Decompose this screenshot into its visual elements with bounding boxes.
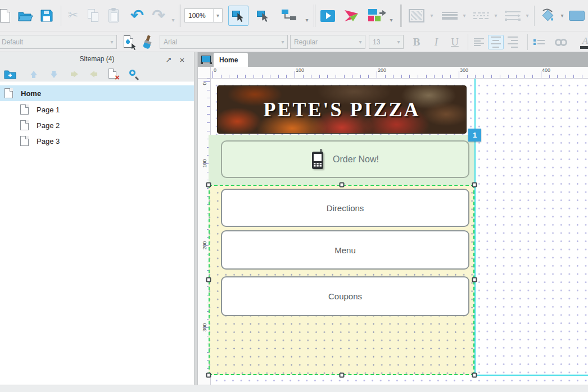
font-size-value: 13 [369,38,394,46]
link-icon [555,39,567,46]
design-canvas[interactable]: PETE'S PIZZA Order Now! Directions Menu [211,79,588,385]
underline-button[interactable]: U [446,34,463,51]
toolbar-separator [468,34,468,50]
search-pages-button[interactable] [127,68,141,80]
save-button[interactable] [37,7,56,24]
arrow-style-dropdown[interactable]: ▾ [524,12,531,19]
font-style-select[interactable]: Regular ▾ [290,35,365,49]
order-now-button-widget[interactable]: Order Now! [221,140,469,178]
menu-button-widget[interactable]: Menu [221,230,469,270]
font-color-button[interactable]: A [577,34,588,51]
selection-handle-top-left[interactable] [206,183,211,188]
link-button[interactable] [551,35,571,49]
tab-home[interactable]: Home [214,53,248,67]
brush-button[interactable] [139,34,156,50]
fill-color-dropdown[interactable]: ▾ [559,12,566,19]
cut-button[interactable]: ✂ [64,6,82,24]
font-size-select[interactable]: 13 ▾ [369,35,404,49]
border-style-dropdown[interactable]: ▾ [428,12,435,19]
move-page-up-button[interactable] [27,68,40,80]
undo-button[interactable]: ↶ [127,5,147,25]
outdent-page-button[interactable] [87,68,100,80]
selection-handle-top-center[interactable] [340,183,345,188]
align-right-button[interactable] [505,35,521,49]
arrow-down-icon [51,71,57,78]
delete-page-button[interactable]: × [107,68,120,80]
selection-handle-bottom-right[interactable] [472,373,477,378]
border-style-button[interactable] [406,7,427,25]
selection-handle-mid-left[interactable] [206,277,211,282]
zoom-select[interactable]: 100% ▾ [184,8,223,22]
banner-text: PETE'S PIZZA [263,98,420,121]
select-contained-tool[interactable] [253,6,273,26]
preview-button[interactable] [318,7,337,24]
align-center-button[interactable] [488,35,504,49]
sitemap-item-page1[interactable]: Page 1 [0,102,194,117]
selection-handle-bottom-center[interactable] [340,373,345,378]
page-widget-icon [200,54,213,65]
arrow-right-icon [71,71,78,78]
brush-icon [142,35,153,49]
redo-icon: ↷ [152,6,165,25]
arrow-left-icon [90,71,97,78]
format-painter-icon [124,35,135,49]
align-left-button[interactable] [471,35,487,49]
zoom-value: 100% [185,12,213,20]
arrow-style-button[interactable] [503,8,523,24]
publish-button[interactable] [365,7,387,24]
tools-overflow-button[interactable]: ▾ [304,17,310,24]
directions-button-widget[interactable]: Directions [221,189,469,227]
delete-page-icon: × [108,69,119,80]
panel-splitter[interactable] [194,52,198,385]
color-swatch-button[interactable] [567,7,587,24]
order-group-region: Order Now! [209,135,474,185]
bold-button[interactable]: B [408,34,425,51]
move-page-down-button[interactable] [47,68,61,80]
page-icon [20,104,29,115]
style-preset-select[interactable]: Default ▾ [0,35,117,49]
add-page-button[interactable] [3,68,17,80]
sitemap-header: Sitemap (4) ↗ × [0,52,194,67]
select-intersected-tool[interactable] [228,6,248,26]
open-file-button[interactable] [16,7,35,24]
sitemap-item-home[interactable]: Home [0,85,194,101]
publish-dropdown-button[interactable]: ▾ [388,17,395,24]
connector-tool[interactable] [278,6,300,26]
selected-panel-region[interactable]: Directions Menu Coupons [209,185,474,375]
paste-button[interactable] [105,7,123,24]
new-file-button[interactable] [0,7,13,24]
coupons-button-widget[interactable]: Coupons [221,276,469,316]
line-style-dropdown[interactable]: ▾ [492,12,499,19]
fill-color-button[interactable] [537,7,558,25]
panel-close-button[interactable]: × [177,54,187,65]
copy-button[interactable] [84,7,102,24]
ruler-label: 100 [296,67,304,73]
line-weight-button[interactable] [440,8,460,24]
paint-bucket-icon [540,8,555,23]
status-bar [0,385,588,392]
selection-handle-mid-right[interactable] [472,277,477,282]
undo-icon: ↶ [130,6,143,25]
horizontal-guide[interactable] [474,375,588,376]
sitemap-item-label: Home [21,89,41,98]
sitemap-item-page3[interactable]: Page 3 [0,133,194,149]
sitemap-panel: Sitemap (4) ↗ × [0,52,194,385]
share-button[interactable] [342,7,361,24]
line-style-button[interactable] [471,8,491,24]
font-family-select[interactable]: Arial ▾ [160,35,288,49]
bullet-list-button[interactable] [531,35,548,49]
vertical-guide[interactable] [474,79,476,376]
pizza-banner-image[interactable]: PETE'S PIZZA [217,85,467,134]
indent-page-button[interactable] [67,68,81,80]
toolbar-overflow-button[interactable]: ▾ [170,17,177,24]
format-painter-button[interactable] [120,34,138,50]
redo-button[interactable]: ↷ [148,5,169,25]
chevron-down-icon: ▾ [305,17,308,23]
italic-button[interactable]: I [428,34,444,51]
ruler-major-ticks [211,71,588,78]
selection-handle-bottom-left[interactable] [206,373,211,378]
line-weight-dropdown[interactable]: ▾ [461,12,468,19]
selection-handle-top-right[interactable] [472,183,477,188]
sitemap-item-page2[interactable]: Page 2 [0,117,194,133]
panel-popout-button[interactable]: ↗ [164,54,174,65]
